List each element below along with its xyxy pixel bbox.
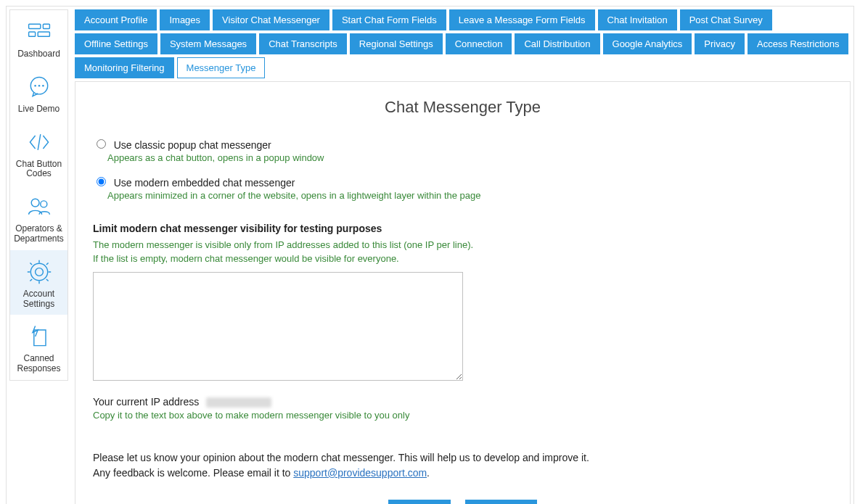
- option-modern-label-wrap[interactable]: Use modern embedded chat messenger: [93, 178, 295, 189]
- svg-point-7: [42, 85, 44, 87]
- current-ip-label: Your current IP address: [93, 396, 199, 408]
- tab-google-analytics[interactable]: Google Analytics: [603, 33, 692, 54]
- option-modern-label: Use modern embedded chat messenger: [114, 177, 295, 189]
- tab-chat-transcripts[interactable]: Chat Transcripts: [259, 33, 347, 54]
- tab-monitoring-filtering[interactable]: Monitoring Filtering: [75, 57, 174, 78]
- sidebar-item-dashboard[interactable]: Dashboard: [10, 10, 67, 65]
- option-modern-hint: Appears minimized in a corner of the web…: [107, 190, 832, 201]
- settings-panel: Chat Messenger Type Use classic popup ch…: [75, 81, 851, 504]
- tab-system-messages[interactable]: System Messages: [160, 33, 256, 54]
- sidebar: Dashboard Live Demo: [7, 7, 72, 504]
- radio-classic[interactable]: [97, 139, 106, 149]
- svg-rect-2: [28, 32, 35, 36]
- sidebar-label: Live Demo: [18, 104, 60, 115]
- users-icon: [25, 192, 54, 221]
- tab-visitor-chat-messenger[interactable]: Visitor Chat Messenger: [213, 9, 329, 30]
- option-modern-row: Use modern embedded chat messenger Appea…: [93, 175, 832, 201]
- sidebar-label: Operators & Departments: [12, 224, 66, 244]
- sidebar-label: Account Settings: [12, 289, 66, 310]
- feedback-line-2b: .: [427, 467, 430, 479]
- sidebar-item-canned-responses[interactable]: Canned Responses: [10, 315, 67, 380]
- svg-rect-3: [38, 32, 49, 36]
- tab-leave-a-message-form-fields[interactable]: Leave a Message Form Fields: [449, 9, 595, 30]
- tab-regional-settings[interactable]: Regional Settings: [350, 33, 443, 54]
- cancel-button[interactable]: Cancel: [465, 500, 537, 504]
- radio-modern[interactable]: [97, 177, 106, 186]
- sidebar-inner: Dashboard Live Demo: [9, 9, 68, 381]
- sidebar-label: Chat Button Codes: [12, 160, 66, 180]
- sidebar-item-live-demo[interactable]: Live Demo: [10, 65, 67, 120]
- chat-bubble-icon: [25, 73, 54, 102]
- tab-messenger-type[interactable]: Messenger Type: [177, 57, 266, 78]
- sidebar-label: Canned Responses: [12, 354, 66, 374]
- app-frame: Dashboard Live Demo: [6, 6, 854, 504]
- option-classic-row: Use classic popup chat messenger Appears…: [93, 137, 832, 163]
- sidebar-label: Dashboard: [17, 49, 60, 59]
- svg-point-10: [35, 268, 43, 276]
- tab-call-distribution[interactable]: Call Distribution: [515, 33, 599, 54]
- gear-icon: [25, 257, 54, 286]
- svg-point-11: [30, 263, 47, 280]
- current-ip-row: Your current IP address: [93, 396, 832, 408]
- code-icon: [25, 128, 54, 157]
- ip-whitelist-textarea[interactable]: [93, 272, 463, 381]
- svg-point-9: [40, 201, 46, 207]
- sidebar-item-operators-departments[interactable]: Operators & Departments: [10, 185, 67, 250]
- feedback-line-1: Please let us know your opinion about th…: [93, 450, 832, 466]
- option-classic-label-wrap[interactable]: Use classic popup chat messenger: [93, 140, 271, 151]
- tab-connection[interactable]: Connection: [446, 33, 512, 54]
- dashboard-icon: [25, 17, 54, 46]
- tab-post-chat-survey[interactable]: Post Chat Survey: [680, 9, 772, 30]
- svg-rect-1: [43, 24, 49, 28]
- tab-privacy[interactable]: Privacy: [695, 33, 745, 54]
- feedback-line-2: Any feedback is welcome. Please email it…: [93, 466, 832, 481]
- tab-chat-invitation[interactable]: Chat Invitation: [598, 9, 677, 30]
- sidebar-item-account-settings[interactable]: Account Settings: [10, 250, 67, 315]
- svg-point-8: [31, 199, 39, 207]
- option-classic-hint: Appears as a chat button, opens in a pop…: [107, 152, 832, 163]
- form-actions: Save Cancel: [93, 500, 832, 504]
- canned-responses-icon: [25, 322, 54, 351]
- feedback-line-2a: Any feedback is welcome. Please email it…: [93, 467, 293, 479]
- tab-start-chat-form-fields[interactable]: Start Chat Form Fields: [332, 9, 446, 30]
- feedback-block: Please let us know your opinion about th…: [93, 450, 832, 481]
- svg-point-5: [34, 85, 36, 87]
- option-classic-label: Use classic popup chat messenger: [114, 139, 271, 151]
- save-button[interactable]: Save: [388, 500, 451, 504]
- limit-help-line-1: The modern messenger is visible only fro…: [93, 239, 473, 250]
- settings-tabs: Account Profile Images Visitor Chat Mess…: [75, 9, 851, 78]
- tab-account-profile[interactable]: Account Profile: [75, 9, 157, 30]
- current-ip-value-redacted: [206, 397, 271, 408]
- content-area: Account Profile Images Visitor Chat Mess…: [72, 7, 853, 504]
- tab-images[interactable]: Images: [160, 9, 210, 30]
- limit-heading: Limit modern chat messenger visibility f…: [93, 223, 832, 234]
- limit-help-line-2: If the list is empty, modern chat messen…: [93, 253, 399, 264]
- svg-rect-0: [28, 24, 40, 28]
- copy-hint: Copy it to the text box above to make mo…: [93, 409, 832, 423]
- tab-access-restrictions[interactable]: Access Restrictions: [748, 33, 848, 54]
- tab-offline-settings[interactable]: Offline Settings: [75, 33, 157, 54]
- limit-help: The modern messenger is visible only fro…: [93, 239, 832, 266]
- page-title: Chat Messenger Type: [93, 98, 832, 117]
- support-email-link[interactable]: support@providesupport.com: [293, 467, 427, 479]
- svg-point-6: [38, 85, 40, 87]
- sidebar-item-chat-button-codes[interactable]: Chat Button Codes: [10, 120, 67, 186]
